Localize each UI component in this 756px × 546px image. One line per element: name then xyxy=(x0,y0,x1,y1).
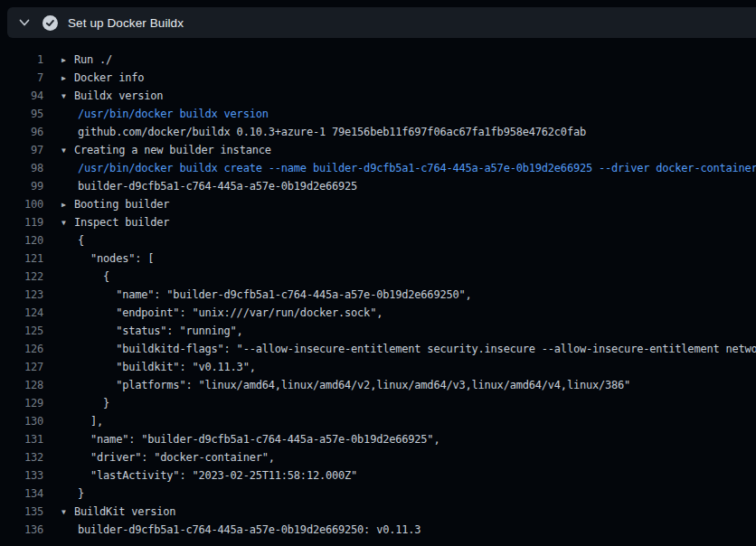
step-title: Set up Docker Buildx xyxy=(68,16,184,30)
line-number[interactable]: 133 xyxy=(0,466,43,485)
output-text: "endpoint": "unix:///var/run/docker.sock… xyxy=(61,304,383,322)
output-text: builder-d9cfb5a1-c764-445a-a57e-0b19d2e6… xyxy=(61,177,357,195)
line-number[interactable]: 128 xyxy=(0,376,43,394)
output-text: } xyxy=(61,485,84,503)
line-number[interactable]: 134 xyxy=(0,485,43,503)
group-collapsed-icon[interactable]: ▶ xyxy=(61,196,74,214)
log-row: 132 "driver": "docker-container", xyxy=(0,448,756,466)
log-row: 133 "lastActivity": "2023-02-25T11:58:12… xyxy=(0,466,756,485)
log-row: 126 "buildkitd-flags": "--allow-insecure… xyxy=(0,340,756,358)
log-row: 99builder-d9cfb5a1-c764-445a-a57e-0b19d2… xyxy=(0,177,756,195)
group-title: Booting builder xyxy=(74,198,169,211)
log-row: 124 "endpoint": "unix:///var/run/docker.… xyxy=(0,304,756,322)
log-row: 130 ], xyxy=(0,412,756,430)
log-row: 123 "name": "builder-d9cfb5a1-c764-445a-… xyxy=(0,286,756,304)
line-number[interactable]: 94 xyxy=(0,87,43,105)
output-text: "lastActivity": "2023-02-25T11:58:12.000… xyxy=(61,466,357,485)
line-number[interactable]: 97 xyxy=(0,141,43,159)
line-number[interactable]: 136 xyxy=(0,521,43,539)
line-number[interactable]: 132 xyxy=(0,448,43,466)
line-number[interactable]: 130 xyxy=(0,412,43,430)
line-number[interactable]: 127 xyxy=(0,358,43,376)
log-row: 98/usr/bin/docker buildx create --name b… xyxy=(0,159,756,177)
output-text: github.com/docker/buildx 0.10.3+azure-1 … xyxy=(61,123,586,141)
line-number[interactable]: 121 xyxy=(0,249,43,268)
group-title: Inspect builder xyxy=(74,216,169,229)
output-text: "platforms": "linux/amd64,linux/amd64/v2… xyxy=(61,376,630,394)
line-number[interactable]: 98 xyxy=(0,159,43,177)
line-number[interactable]: 96 xyxy=(0,123,43,141)
line-number[interactable]: 125 xyxy=(0,322,43,340)
log-group-row[interactable]: 1▶Run ./ xyxy=(0,51,756,69)
output-text: } xyxy=(61,394,109,412)
line-number[interactable]: 95 xyxy=(0,105,43,123)
group-collapsed-icon[interactable]: ▶ xyxy=(61,70,74,88)
line-number[interactable]: 131 xyxy=(0,430,43,448)
log-row: 127 "buildkit": "v0.11.3", xyxy=(0,358,756,376)
line-number[interactable]: 99 xyxy=(0,177,43,195)
output-text: { xyxy=(61,268,109,286)
log-row: 125 "status": "running", xyxy=(0,322,756,340)
line-number[interactable]: 119 xyxy=(0,213,43,231)
log-row: 122 { xyxy=(0,268,756,286)
output-text: builder-d9cfb5a1-c764-445a-a57e-0b19d2e6… xyxy=(61,521,421,539)
log-group-row[interactable]: 100▶Booting builder xyxy=(0,195,756,213)
log-row: 120{ xyxy=(0,231,756,249)
command-text: /usr/bin/docker buildx version xyxy=(61,105,269,123)
log-group-row[interactable]: 97▼Creating a new builder instance xyxy=(0,141,756,159)
output-text: "name": "builder-d9cfb5a1-c764-445a-a57e… xyxy=(61,286,472,304)
group-title: Run ./ xyxy=(74,53,112,66)
group-title: Buildx version xyxy=(74,89,163,102)
log-row: 96github.com/docker/buildx 0.10.3+azure-… xyxy=(0,123,756,141)
output-text: "status": "running", xyxy=(61,322,243,340)
line-number[interactable]: 122 xyxy=(0,268,43,286)
log-row: 134} xyxy=(0,485,756,503)
line-number[interactable]: 123 xyxy=(0,286,43,304)
group-expanded-icon[interactable]: ▼ xyxy=(61,214,74,232)
line-number[interactable]: 124 xyxy=(0,304,43,322)
log-lines: 1▶Run ./7▶Docker info94▼Buildx version95… xyxy=(0,38,756,546)
group-expanded-icon[interactable]: ▼ xyxy=(61,88,74,106)
group-expanded-icon[interactable]: ▼ xyxy=(61,142,74,160)
output-text: { xyxy=(61,231,84,249)
log-group-row[interactable]: 94▼Buildx version xyxy=(0,87,756,105)
check-circle-icon xyxy=(42,14,58,31)
group-title: BuildKit version xyxy=(74,505,175,518)
line-number[interactable]: 126 xyxy=(0,340,43,358)
output-text: "nodes": [ xyxy=(61,249,154,268)
group-title: Docker info xyxy=(74,71,144,84)
log-row: 121 "nodes": [ xyxy=(0,249,756,268)
output-text: "name": "builder-d9cfb5a1-c764-445a-a57e… xyxy=(61,430,439,448)
line-number[interactable]: 1 xyxy=(0,51,43,69)
actions-log-page: { "header": { "title": "Set up Docker Bu… xyxy=(0,0,756,546)
log-group-row[interactable]: 119▼Inspect builder xyxy=(0,213,756,231)
log-group-row[interactable]: 7▶Docker info xyxy=(0,69,756,87)
log-row: 136builder-d9cfb5a1-c764-445a-a57e-0b19d… xyxy=(0,521,756,539)
log-row: 95/usr/bin/docker buildx version xyxy=(0,105,756,123)
line-number[interactable]: 7 xyxy=(0,69,43,87)
step-header-bar[interactable]: Set up Docker Buildx xyxy=(7,7,756,38)
line-number[interactable]: 129 xyxy=(0,394,43,412)
output-text: ], xyxy=(61,412,103,430)
line-number[interactable]: 100 xyxy=(0,195,43,213)
line-number[interactable]: 120 xyxy=(0,231,43,249)
group-title: Creating a new builder instance xyxy=(74,144,271,156)
command-text: /usr/bin/docker buildx create --name bui… xyxy=(61,159,756,177)
group-collapsed-icon[interactable]: ▶ xyxy=(61,52,74,70)
log-group-row[interactable]: 135▼BuildKit version xyxy=(0,503,756,521)
group-expanded-icon[interactable]: ▼ xyxy=(61,504,74,522)
output-text: "buildkit": "v0.11.3", xyxy=(61,358,256,376)
log-row: 128 "platforms": "linux/amd64,linux/amd6… xyxy=(0,376,756,394)
log-row: 131 "name": "builder-d9cfb5a1-c764-445a-… xyxy=(0,430,756,448)
line-number[interactable]: 135 xyxy=(0,503,43,521)
chevron-down-icon[interactable] xyxy=(17,15,32,30)
output-text: "driver": "docker-container", xyxy=(61,448,275,466)
log-row: 129 } xyxy=(0,394,756,412)
output-text: "buildkitd-flags": "--allow-insecure-ent… xyxy=(61,340,756,358)
